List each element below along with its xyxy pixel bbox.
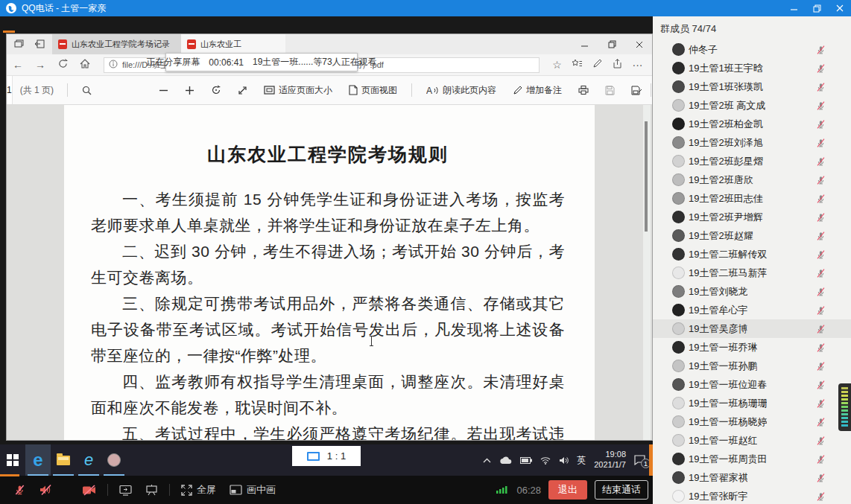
browser-tab-records[interactable]: 山东农业工程学院考场记录	[52, 34, 181, 54]
member-row[interactable]: 19土管牟心宇	[653, 301, 851, 319]
member-mic-muted-icon[interactable]	[816, 231, 826, 241]
tab-preview-icon[interactable]	[14, 38, 24, 51]
add-note-button[interactable]: 增加备注	[513, 84, 562, 97]
member-row[interactable]: 19土管2班彭星熠	[653, 152, 851, 170]
minimize-icon[interactable]	[791, 4, 798, 12]
close-icon[interactable]	[836, 4, 844, 12]
screen-share-icon[interactable]	[119, 485, 132, 496]
restore-icon[interactable]	[813, 4, 821, 13]
start-button[interactable]	[0, 444, 25, 476]
member-mic-muted-icon[interactable]	[816, 361, 826, 371]
member-row[interactable]: 19土管2班刘泽旭	[653, 133, 851, 152]
member-mic-muted-icon[interactable]	[816, 175, 826, 185]
search-icon[interactable]	[82, 86, 92, 95]
member-mic-muted-icon[interactable]	[816, 324, 826, 334]
save-as-icon[interactable]	[631, 86, 642, 95]
member-mic-muted-icon[interactable]	[816, 194, 826, 204]
member-mic-muted-icon[interactable]	[816, 491, 826, 502]
member-mic-muted-icon[interactable]	[816, 305, 826, 316]
share-zoom-indicator[interactable]: 1 : 1	[292, 446, 361, 466]
member-mic-muted-icon[interactable]	[816, 119, 826, 130]
screen-share-status-bar[interactable]: 正在分享屏幕 00:06:41 19土管一班......等73人正在观看	[165, 53, 358, 71]
save-icon[interactable]	[605, 86, 615, 95]
member-row[interactable]: 19土管翟家祺	[653, 468, 851, 487]
member-mic-muted-icon[interactable]	[816, 63, 826, 74]
taskbar-explorer[interactable]	[51, 444, 76, 476]
refresh-icon[interactable]	[51, 59, 74, 71]
member-mic-muted-icon[interactable]	[816, 212, 826, 223]
pdf-scrollbar[interactable]	[643, 105, 651, 440]
favorites-hub-icon[interactable]	[567, 59, 587, 71]
member-mic-muted-icon[interactable]	[816, 45, 826, 55]
voice-volume-meter[interactable]	[838, 383, 851, 431]
pdf-content-area[interactable]: 山东农业工程学院考场规则 一、考生须提前 15 分钟凭学生证和身份证进入考场，按…	[7, 105, 652, 440]
member-mic-muted-icon[interactable]	[816, 436, 826, 446]
member-row[interactable]: 19土管一班周贵田	[653, 450, 851, 468]
member-mic-muted-icon[interactable]	[816, 398, 826, 409]
zoom-out-icon[interactable]	[159, 86, 168, 95]
member-mic-muted-icon[interactable]	[816, 249, 826, 260]
home-icon[interactable]	[74, 59, 96, 71]
member-mic-muted-icon[interactable]	[816, 454, 826, 465]
member-list[interactable]: 仲冬子 19土管1班王宇晗 19土管1班张瑛凯	[653, 40, 851, 504]
member-row[interactable]: 19土管刘晓龙	[653, 282, 851, 301]
member-row[interactable]: 19土管一班杨晓婷	[653, 412, 851, 431]
member-row[interactable]: 19土管2班田志佳	[653, 189, 851, 208]
camera-muted-icon[interactable]	[82, 485, 96, 496]
info-icon[interactable]	[109, 58, 118, 71]
volume-icon[interactable]	[559, 456, 569, 465]
speaker-muted-icon[interactable]	[39, 484, 52, 496]
fit-page-button[interactable]: 适应页面大小	[264, 84, 332, 97]
wifi-icon[interactable]	[540, 456, 551, 465]
input-language-indicator[interactable]: 英	[577, 454, 586, 467]
member-row[interactable]: 19土管一班孙鹏	[653, 357, 851, 375]
member-mic-muted-icon[interactable]	[816, 473, 826, 483]
member-row[interactable]: 19土管1班王宇晗	[653, 59, 851, 77]
whiteboard-icon[interactable]	[145, 485, 158, 496]
mic-muted-icon[interactable]	[14, 484, 25, 496]
member-mic-muted-icon[interactable]	[816, 101, 826, 111]
member-mic-muted-icon[interactable]	[816, 156, 826, 167]
member-mic-muted-icon[interactable]	[816, 417, 826, 427]
member-mic-muted-icon[interactable]	[816, 268, 826, 278]
browser-restore-icon[interactable]	[608, 38, 616, 51]
print-icon[interactable]	[578, 85, 589, 95]
favorite-star-icon[interactable]: ☆	[547, 59, 567, 71]
page-number-input[interactable]: 1	[7, 76, 13, 104]
member-row[interactable]: 19土管一班位迎春	[653, 375, 851, 394]
more-icon[interactable]: ···	[627, 59, 648, 71]
page-view-button[interactable]: 页面视图	[349, 84, 397, 97]
battery-icon[interactable]	[520, 457, 532, 464]
fullscreen-button[interactable]: 全屏	[181, 483, 216, 497]
member-row[interactable]: 19土管2班赵耀	[653, 226, 851, 245]
share-icon[interactable]	[607, 59, 627, 71]
member-row[interactable]: 19土管二班解传双	[653, 245, 851, 264]
taskbar-clock[interactable]: 19:08 2021/1/7	[594, 450, 626, 470]
back-icon[interactable]: ←	[7, 59, 29, 71]
taskbar-edge[interactable]: e	[25, 444, 51, 476]
browser-close-icon[interactable]	[636, 38, 643, 51]
zoom-in-icon[interactable]	[185, 86, 194, 95]
member-row[interactable]: 19土管1班张瑛凯	[653, 77, 851, 96]
expand-diagonal-icon[interactable]	[238, 86, 247, 95]
forward-icon[interactable]: →	[29, 59, 51, 71]
read-aloud-button[interactable]: A 朗读此页内容	[426, 84, 496, 97]
pip-button[interactable]: 画中画	[230, 483, 276, 497]
exit-button[interactable]: 退出	[548, 480, 587, 500]
member-row[interactable]: 19土管吴彦博	[653, 319, 851, 338]
set-aside-tabs-icon[interactable]	[34, 38, 45, 51]
member-mic-muted-icon[interactable]	[816, 342, 826, 353]
annotate-pen-icon[interactable]	[587, 59, 607, 71]
browser-minimize-icon[interactable]	[581, 38, 589, 51]
pdf-scrollbar-thumb[interactable]	[645, 121, 648, 232]
action-center-button[interactable]: 1	[634, 455, 645, 465]
member-row[interactable]: 19土管2班柏金凯	[653, 115, 851, 133]
tray-chevron-up-icon[interactable]	[483, 458, 491, 463]
member-row[interactable]: 19土管张昕宇	[653, 487, 851, 504]
taskbar-qq[interactable]	[101, 444, 127, 476]
member-row[interactable]: 19土管2班唐欣	[653, 170, 851, 189]
onedrive-icon[interactable]	[499, 456, 512, 465]
rotate-icon[interactable]	[211, 85, 221, 95]
browser-tab-rules-active[interactable]: 山东农业工	[181, 34, 285, 54]
member-row[interactable]: 19土管一班杨珊珊	[653, 394, 851, 412]
